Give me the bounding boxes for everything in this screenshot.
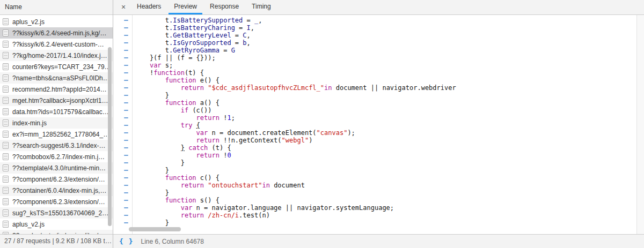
fold-gutter[interactable] <box>113 129 132 137</box>
fold-marker-icon[interactable] <box>124 80 128 81</box>
fold-gutter[interactable] <box>113 39 132 47</box>
request-row[interactable]: ??secdev/entry/index.js,alilog/a… <box>0 230 113 234</box>
code-line: return /zh-cn/i.test(n) <box>113 212 644 219</box>
fold-gutter[interactable] <box>113 114 132 122</box>
fold-marker-icon[interactable] <box>124 177 128 178</box>
fold-marker-icon[interactable] <box>124 222 128 223</box>
fold-marker-icon[interactable] <box>124 87 128 88</box>
fold-gutter[interactable] <box>113 212 132 219</box>
request-row[interactable]: mget.htm?callback=jsonpXctrl1… <box>0 95 113 106</box>
code-line: }(f || (f = {})); <box>113 54 644 62</box>
request-row[interactable]: aplus_v2.js <box>0 219 113 230</box>
fold-gutter[interactable] <box>113 77 132 84</box>
fold-gutter[interactable] <box>113 69 132 77</box>
request-row[interactable]: ??component/6.2.3/extension/… <box>0 196 113 207</box>
editor-horizontal-scrollbar[interactable] <box>129 227 181 231</box>
fold-gutter[interactable] <box>113 182 132 189</box>
fold-gutter[interactable] <box>113 174 132 182</box>
request-row[interactable]: counter6?keys=TCART_234_79… <box>0 61 113 72</box>
fold-gutter[interactable] <box>113 62 132 69</box>
fold-marker-icon[interactable] <box>124 27 128 28</box>
request-row[interactable]: ??container/6.0.4/index-min.js,… <box>0 185 113 196</box>
request-row[interactable]: ??kg/home-2017/1.4.10/index.j… <box>0 50 113 61</box>
fold-marker-icon[interactable] <box>124 185 128 186</box>
fold-marker-icon[interactable] <box>124 57 128 58</box>
fold-gutter[interactable] <box>113 204 132 212</box>
request-row[interactable]: index-min.js <box>0 117 113 129</box>
fold-gutter[interactable] <box>113 122 132 129</box>
editor-vertical-scrollbar[interactable] <box>636 15 644 234</box>
preview-code-editor[interactable]: t.IsBatterySupported = _, t.IsBatteryCha… <box>113 15 644 234</box>
code-line: return !1; <box>113 114 644 122</box>
fold-gutter[interactable] <box>113 167 132 174</box>
code-line: } <box>113 159 644 167</box>
fold-gutter[interactable] <box>113 24 132 32</box>
fold-gutter[interactable] <box>113 152 132 159</box>
sidebar-scrollbar[interactable] <box>108 47 112 226</box>
fold-gutter[interactable] <box>113 144 132 152</box>
fold-gutter[interactable] <box>113 54 132 62</box>
fold-marker-icon[interactable] <box>124 20 128 21</box>
fold-gutter[interactable] <box>113 189 132 197</box>
fold-marker-icon[interactable] <box>124 50 128 51</box>
request-row[interactable]: aplus_v2.js <box>0 16 113 27</box>
request-row[interactable]: ??kissy/k/6.2.4/event-custom-… <box>0 39 113 50</box>
fold-marker-icon[interactable] <box>124 192 128 193</box>
request-row[interactable]: sug?_ksTS=1550136704069_2… <box>0 207 113 219</box>
request-row[interactable]: ??component/6.2.3/extension/… <box>0 174 113 185</box>
request-row[interactable]: recommend2.htm?appId=2014… <box>0 84 113 95</box>
pretty-print-button[interactable]: { } <box>119 237 133 245</box>
fold-marker-icon[interactable] <box>124 42 128 43</box>
fold-marker-icon[interactable] <box>124 117 128 118</box>
fold-marker-icon[interactable] <box>124 215 128 216</box>
fold-marker-icon[interactable] <box>124 140 128 141</box>
fold-marker-icon[interactable] <box>124 65 128 66</box>
tab-preview[interactable]: Preview <box>169 0 202 14</box>
fold-gutter[interactable] <box>113 92 132 99</box>
fold-marker-icon[interactable] <box>124 207 128 208</box>
code-line: if (c()) <box>113 107 644 114</box>
request-row[interactable]: ??combobox/6.2.7/index-min.j… <box>0 151 113 162</box>
fold-marker-icon[interactable] <box>124 110 128 111</box>
fold-gutter[interactable] <box>113 219 132 227</box>
fold-marker-icon[interactable] <box>124 200 128 201</box>
script-file-icon <box>3 209 9 216</box>
fold-marker-icon[interactable] <box>124 155 128 156</box>
request-row[interactable]: ?name=tbhs&cna=aSPsFL0IDh… <box>0 72 113 84</box>
request-name-label: aplus_v2.js <box>12 18 45 26</box>
fold-marker-icon[interactable] <box>124 125 128 126</box>
fold-gutter[interactable] <box>113 197 132 204</box>
cursor-position-label: Line 6, Column 64678 <box>141 238 203 245</box>
fold-marker-icon[interactable] <box>124 147 128 148</box>
code-line: return !!n.getContext("webgl") <box>113 137 644 144</box>
fold-gutter[interactable] <box>113 47 132 54</box>
code-text: function s() { <box>132 197 219 204</box>
request-row[interactable]: ??xtemplate/4.3.0/runtime-min… <box>0 162 113 174</box>
code-text: function a() { <box>132 99 219 107</box>
fold-gutter[interactable] <box>113 159 132 167</box>
script-file-icon <box>3 176 9 183</box>
fold-marker-icon[interactable] <box>124 162 128 163</box>
name-column-header[interactable]: Name <box>0 0 113 15</box>
fold-gutter[interactable] <box>113 107 132 114</box>
tab-headers[interactable]: Headers <box>131 0 166 14</box>
fold-gutter[interactable] <box>113 99 132 107</box>
request-row[interactable]: data.htm?ids=1017579&callbac… <box>0 106 113 117</box>
fold-gutter[interactable] <box>113 84 132 92</box>
fold-marker-icon[interactable] <box>124 72 128 73</box>
request-row[interactable]: ex?i=mm_12852562_1778064_… <box>0 129 113 140</box>
tab-timing[interactable]: Timing <box>246 0 276 14</box>
fold-marker-icon[interactable] <box>124 170 128 171</box>
request-name-label: ??container/6.0.4/index-min.js,… <box>12 187 106 194</box>
close-icon[interactable]: × <box>116 0 130 14</box>
fold-marker-icon[interactable] <box>124 95 128 96</box>
fold-marker-icon[interactable] <box>124 35 128 36</box>
fold-gutter[interactable] <box>113 137 132 144</box>
request-row[interactable]: ??kissy/k/6.2.4/seed-min.js,kg/… <box>0 27 113 39</box>
request-row[interactable]: ??search-suggest/6.3.1/index-… <box>0 140 113 151</box>
tab-response[interactable]: Response <box>204 0 244 14</box>
fold-gutter[interactable] <box>113 17 132 24</box>
fold-gutter[interactable] <box>113 32 132 39</box>
fold-marker-icon[interactable] <box>124 102 128 103</box>
fold-marker-icon[interactable] <box>124 132 128 133</box>
